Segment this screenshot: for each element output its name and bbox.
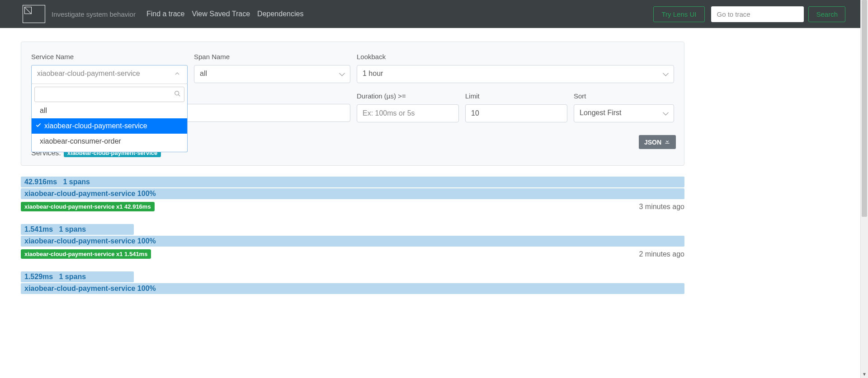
nav-view-saved[interactable]: View Saved Trace [192,10,250,18]
sort-select[interactable]: Longest First [574,104,674,122]
chevron-up-icon [174,70,181,79]
service-option-all[interactable]: all [32,103,187,118]
trace-service-bar: xiaobear-cloud-payment-service 100% [21,283,684,294]
search-panel: Service Name xiaobear-cloud-payment-serv… [21,42,684,166]
try-lens-button[interactable]: Try Lens UI [653,6,705,22]
span-select[interactable]: all [194,65,350,83]
duration-input[interactable] [357,104,459,122]
search-button[interactable]: Search [808,6,845,22]
trace-service-badge: xiaobear-cloud-payment-service x1 42.916… [21,202,155,211]
trace-duration-bar: 42.916ms 1 spans [21,177,684,187]
duration-label: Duration (µs) >= [357,92,459,100]
service-dropdown: all xiaobear-cloud-payment-service xiaob… [31,84,188,152]
nav-dependencies[interactable]: Dependencies [257,10,303,18]
scroll-thumb[interactable] [862,0,867,217]
trace-item[interactable]: 42.916ms 1 spansxiaobear-cloud-payment-s… [21,177,684,211]
svg-line-1 [178,94,180,96]
trace-time-ago: 2 minutes ago [639,250,684,258]
sort-label: Sort [574,92,674,100]
trace-duration-bar: 1.529ms 1 spans [21,271,134,282]
nav-find-trace[interactable]: Find a trace [146,10,184,18]
scrollbar[interactable]: ▲ ▼ [860,0,868,320]
lookback-select[interactable]: 1 hour [357,65,674,83]
service-option-payment[interactable]: xiaobear-cloud-payment-service [32,118,187,134]
trace-item[interactable]: 1.529ms 1 spansxiaobear-cloud-payment-se… [21,271,684,294]
tagline: Investigate system behavior [52,10,136,18]
search-icon [174,90,181,98]
service-option-consumer[interactable]: xiaobear-consumer-order [32,134,187,149]
service-label: Service Name [31,53,188,61]
results-list: 42.916ms 1 spansxiaobear-cloud-payment-s… [21,177,684,294]
goto-trace-input[interactable] [711,6,804,22]
trace-time-ago: 3 minutes ago [639,203,684,211]
trace-service-bar: xiaobear-cloud-payment-service 100% [21,188,684,199]
service-filter-input[interactable] [34,87,184,102]
logo-icon [23,5,45,23]
check-icon [35,122,42,130]
lookback-label: Lookback [357,53,674,61]
limit-label: Limit [465,92,567,100]
top-bar: Investigate system behavior Find a trace… [0,0,868,28]
service-combobox[interactable]: xiaobear-cloud-payment-service [31,65,188,84]
service-selected-value: xiaobear-cloud-payment-service [37,70,140,77]
json-download-button[interactable]: JSON [639,135,676,149]
trace-service-bar: xiaobear-cloud-payment-service 100% [21,236,684,247]
span-label: Span Name [194,53,350,61]
svg-point-0 [175,91,179,95]
limit-input[interactable] [465,104,567,122]
trace-service-badge: xiaobear-cloud-payment-service x1 1.541m… [21,249,151,259]
trace-duration-bar: 1.541ms 1 spans [21,224,134,235]
download-icon [664,138,670,146]
trace-item[interactable]: 1.541ms 1 spansxiaobear-cloud-payment-se… [21,224,684,259]
